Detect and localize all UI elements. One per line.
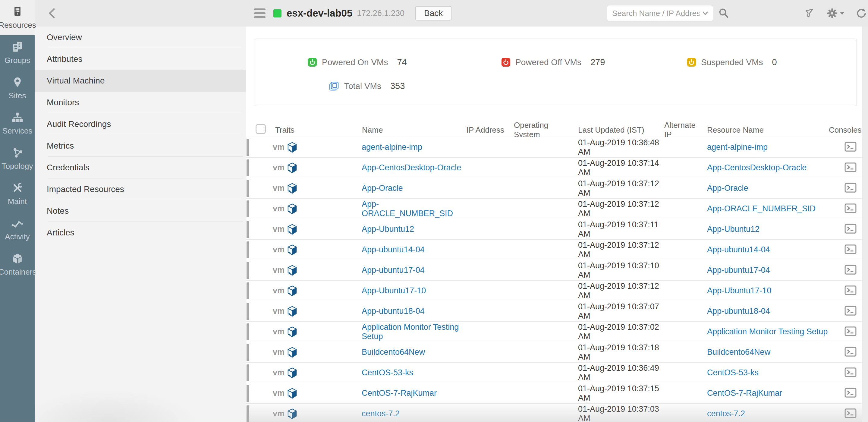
sidebar-item-groups[interactable]: Groups [0, 35, 35, 70]
resource-name-link[interactable]: centos-7.2 [707, 409, 745, 418]
console-launch-button[interactable] [844, 244, 857, 255]
vm-name-link[interactable]: App-ubuntu14-04 [362, 245, 425, 254]
vm-name-link[interactable]: App-Ubuntu17-10 [362, 286, 426, 295]
column-header-alternate-ip[interactable]: Alternate IP [660, 121, 699, 139]
scrollbar-track[interactable] [862, 27, 868, 422]
sidebar-item-services[interactable]: Services [0, 106, 35, 141]
menu-item-overview[interactable]: Overview [35, 27, 246, 48]
column-header-traits[interactable]: Traits [269, 125, 352, 135]
column-header-consoles[interactable]: Consoles [829, 125, 862, 135]
column-header-resource-name[interactable]: Resource Name [699, 125, 829, 135]
search-scope-chevron-icon[interactable] [701, 9, 709, 17]
stat-suspended: Suspended VMs 0 [687, 57, 777, 67]
menu-hamburger-icon[interactable] [254, 8, 266, 18]
console-launch-button[interactable] [844, 306, 857, 317]
console-launch-button[interactable] [844, 162, 857, 173]
menu-item-credentials[interactable]: Credentials [35, 157, 246, 178]
vm-name-link[interactable]: App-Ubuntu12 [362, 224, 414, 234]
collapse-panel-chevron-icon[interactable] [47, 7, 58, 21]
stat-label: Suspended VMs [701, 58, 763, 67]
console-launch-button[interactable] [844, 327, 857, 337]
sidebar-item-label: Topology [1, 161, 33, 171]
total-vms-layers-icon [329, 81, 339, 91]
sidebar-item-maint[interactable]: Maint [0, 176, 35, 212]
vm-cube-icon [287, 183, 297, 194]
resource-name-link[interactable]: CentOS-53-ks [707, 368, 758, 377]
vm-name-link[interactable]: App-ubuntu17-04 [362, 266, 425, 275]
vm-name-link[interactable]: App-CentosDesktop-Oracle [362, 163, 461, 172]
vm-table-body: vm agent-alpine-imp 01-Aug-2019 10:36:48… [246, 137, 862, 422]
vm-name-link[interactable]: centos-7.2 [362, 409, 400, 418]
vm-name-link[interactable]: agent-alpine-imp [362, 143, 422, 152]
vm-trait-label: vm [273, 286, 284, 295]
console-launch-button[interactable] [844, 347, 857, 358]
vm-name-link[interactable]: CentOS-7-RajKumar [362, 389, 437, 398]
console-launch-button[interactable] [844, 183, 857, 194]
menu-item-monitors[interactable]: Monitors [35, 92, 246, 113]
column-header-name[interactable]: Name [352, 125, 466, 135]
back-button[interactable]: Back [415, 6, 452, 21]
filter-icon[interactable] [804, 8, 815, 19]
vm-name-link[interactable]: App-Oracle [362, 184, 403, 192]
sidebar-item-activity[interactable]: Activity [0, 212, 35, 247]
stat-powered-off: Powered Off VMs 279 [501, 57, 605, 67]
menu-item-impacted-resources[interactable]: Impacted Resources [35, 178, 246, 200]
resource-name-link[interactable]: agent-alpine-imp [707, 143, 768, 152]
vm-name-link[interactable]: App-ubuntu18-04 [362, 306, 425, 315]
column-header-operating-system[interactable]: Operating System [509, 121, 572, 139]
sidebar-item-label: Maint [8, 197, 27, 206]
menu-item-attributes[interactable]: Attributes [35, 48, 246, 70]
vm-summary-card: Powered On VMs 74 Powered Off VMs 279 Su… [255, 38, 857, 106]
resource-name-link[interactable]: Application Monitor Testing Setup [707, 327, 828, 336]
refresh-icon[interactable] [856, 8, 867, 19]
column-header-ip-address[interactable]: IP Address [466, 125, 509, 135]
resource-name-link[interactable]: App-ubuntu17-04 [707, 266, 770, 275]
last-updated-cell: 01-Aug-2019 10:37:18 AM [572, 343, 660, 362]
sidebar-item-containers[interactable]: Containers [0, 247, 35, 282]
sidebar-item-sites[interactable]: Sites [0, 70, 35, 106]
row-status-bar [247, 139, 249, 156]
search-icon[interactable] [718, 8, 729, 19]
menu-item-notes[interactable]: Notes [35, 200, 246, 222]
sidebar-item-topology[interactable]: Topology [0, 141, 35, 176]
resource-name-link[interactable]: App-Ubuntu17-10 [707, 286, 771, 295]
console-launch-button[interactable] [844, 367, 857, 378]
top-bar: esx-dev-lab05 172.26.1.230 Back [35, 0, 868, 27]
resource-name-link[interactable]: App-Ubuntu12 [707, 224, 760, 234]
menu-item-metrics[interactable]: Metrics [35, 135, 246, 157]
vm-trait-label: vm [273, 306, 284, 316]
resource-name-link[interactable]: App-CentosDesktop-Oracle [707, 163, 807, 172]
menu-item-articles[interactable]: Articles [35, 222, 246, 244]
resource-name-link[interactable]: App-ubuntu18-04 [707, 306, 770, 315]
console-launch-button[interactable] [844, 265, 857, 276]
menu-item-virtual-machine[interactable]: Virtual Machine [35, 70, 246, 92]
tools-icon [12, 182, 23, 194]
resource-name-link[interactable]: App-Oracle [707, 184, 748, 192]
console-launch-button[interactable] [844, 224, 857, 235]
traits-cell: vm [269, 204, 352, 214]
table-row: vm App-Ubuntu17-10 01-Aug-2019 10:37:12 … [246, 281, 862, 301]
settings-gear-icon[interactable] [827, 8, 845, 19]
resource-name-link[interactable]: CentOS-7-RajKumar [707, 389, 782, 398]
vm-name-link[interactable]: Application Monitor Testing Setup [362, 323, 459, 341]
vm-name-link[interactable]: Buildcento64New [362, 348, 425, 357]
resource-name-link[interactable]: Buildcento64New [707, 348, 770, 357]
column-header-last-updated-ist[interactable]: Last Updated (IST) [572, 125, 660, 135]
vm-name-link[interactable]: CentOS-53-ks [362, 368, 413, 377]
vm-cube-icon [287, 204, 297, 214]
last-updated-cell: 01-Aug-2019 10:37:02 AM [572, 323, 660, 341]
vm-name-link[interactable]: App-ORACLE_NUMBER_SID [362, 200, 453, 218]
groups-icon [11, 41, 24, 53]
vm-cube-icon [287, 142, 297, 153]
resource-name-link[interactable]: App-ubuntu14-04 [707, 245, 770, 254]
console-launch-button[interactable] [844, 409, 857, 419]
sidebar-item-resources[interactable]: Resources [0, 0, 35, 35]
console-launch-button[interactable] [844, 204, 857, 214]
select-all-checkbox[interactable] [255, 124, 266, 134]
console-launch-button[interactable] [844, 142, 857, 153]
resource-name-link[interactable]: App-ORACLE_NUMBER_SID [707, 204, 815, 213]
search-input[interactable] [612, 9, 700, 18]
menu-item-audit-recordings[interactable]: Audit Recordings [35, 113, 246, 135]
console-launch-button[interactable] [844, 285, 857, 296]
console-launch-button[interactable] [844, 388, 857, 399]
